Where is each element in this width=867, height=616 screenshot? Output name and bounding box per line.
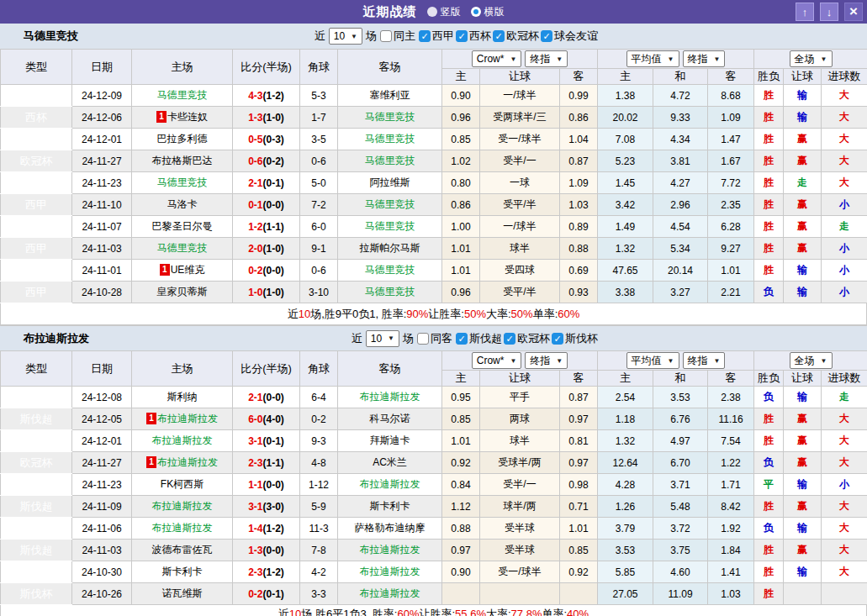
cell-corner: 0-2: [300, 408, 338, 430]
same-home-checkbox[interactable]: 同主: [380, 29, 415, 44]
cell-score: 2-0(1-0): [233, 238, 300, 260]
league-checkbox[interactable]: ✓球会友谊: [541, 29, 598, 44]
league-checkbox-group: ✓斯伐超✓欧冠杯✓斯伐杯: [456, 331, 598, 346]
score-halftime: (0-1): [263, 435, 284, 447]
cell-result: 输: [784, 561, 822, 583]
table-row: 西甲24-12-09马德里竞技4-3(1-2)5-3塞维利亚0.90一/球半0.…: [1, 85, 867, 107]
league-badge: 欧冠杯: [1, 216, 72, 238]
handicap-source-select[interactable]: Crow* ▼: [472, 50, 522, 67]
handicap-time-select[interactable]: 终指 ▼: [525, 352, 568, 369]
layout-vertical-label: 竖版: [441, 5, 461, 19]
cell-handicap-odds: 0.86: [560, 107, 598, 129]
league-checkbox[interactable]: ✓西杯: [456, 29, 491, 44]
cell-handicap-odds: 一/球半: [480, 85, 560, 107]
cell-date: 24-11-07: [72, 216, 132, 238]
handicap-time-select[interactable]: 终指 ▼: [525, 50, 568, 67]
league-checkbox[interactable]: ✓西甲: [419, 29, 454, 44]
score-fulltime: 4-3: [248, 90, 262, 102]
close-button[interactable]: ×: [844, 3, 863, 21]
europe-source-select[interactable]: 平均值 ▼: [626, 352, 679, 369]
move-up-button[interactable]: ↑: [796, 3, 814, 21]
score-halftime: (0-0): [263, 479, 284, 491]
cell-handicap-odds: 受四球: [480, 260, 560, 282]
cell-handicap-odds: 0.95: [442, 387, 480, 408]
cell-result: 输: [784, 260, 822, 282]
col-odds-home: 主: [442, 69, 480, 85]
team-name: 布拉迪斯拉发: [157, 456, 218, 468]
score-fulltime: 6-0: [248, 413, 262, 425]
team-name: 斯卡利卡: [370, 500, 410, 512]
team-name: 巴拉多利德: [157, 133, 208, 145]
cell-date: 24-11-27: [72, 150, 132, 172]
col-result-goals: 进球数: [822, 69, 867, 85]
cell-corner: 4-2: [300, 561, 338, 583]
cell-away-team: 科马尔诺: [338, 408, 442, 430]
league-checkbox[interactable]: ✓斯伐超: [456, 331, 502, 346]
cell-handicap-odds: 0.99: [560, 85, 598, 107]
col-date: 日期: [72, 50, 132, 85]
checkbox-checked-icon: ✓: [552, 333, 563, 345]
cell-result: 赢: [784, 496, 822, 518]
league-checkbox[interactable]: ✓欧冠杯: [493, 29, 539, 44]
cell-result: 胜: [754, 540, 784, 561]
checkbox-checked-icon: ✓: [504, 333, 515, 345]
radio-selected-icon: [471, 7, 481, 17]
layout-horizontal-label: 横版: [484, 5, 505, 19]
cell-date: 24-11-23: [72, 172, 132, 194]
cell-result: 赢: [784, 452, 822, 474]
cell-result: 输: [784, 282, 822, 303]
score-halftime: (1-2): [263, 90, 284, 102]
europe-time-select[interactable]: 终指 ▼: [683, 50, 726, 67]
col-avg-away: 客: [708, 69, 754, 85]
league-badge: 西甲: [1, 85, 72, 107]
cell-europe-odds: 3.75: [653, 540, 708, 561]
cell-handicap-odds: 0.87: [560, 387, 598, 408]
cell-away-team: 马德里竞技: [338, 194, 442, 216]
cell-result: 赢: [784, 216, 822, 238]
cell-date: 24-12-05: [72, 408, 132, 430]
recent-count-select[interactable]: 10 ▼: [366, 330, 399, 347]
summary-segment: 单率:: [533, 307, 558, 322]
cell-handicap-odds: 0.69: [560, 260, 598, 282]
layout-horizontal-radio[interactable]: 横版: [471, 5, 505, 19]
cell-europe-odds: 6.70: [653, 452, 708, 474]
col-result-goals: 进球数: [822, 371, 867, 387]
league-checkbox[interactable]: ✓斯伐杯: [552, 331, 598, 346]
cell-result: 输: [784, 85, 822, 107]
cell-score: 1-0(1-0): [233, 282, 300, 303]
cell-date: 24-10-26: [72, 583, 132, 605]
cell-handicap-odds: 0.71: [560, 496, 598, 518]
cell-away-team: 布拉迪斯拉发: [338, 583, 442, 605]
cell-score: 0-2(0-0): [233, 260, 300, 282]
cell-handicap-odds: 受半球: [480, 518, 560, 540]
cell-away-team: 塞维利亚: [338, 85, 442, 107]
cell-corner: 5-9: [300, 496, 338, 518]
europe-time-value: 终指: [688, 52, 708, 66]
europe-source-select[interactable]: 平均值 ▼: [626, 50, 679, 67]
layout-vertical-radio[interactable]: 竖版: [427, 5, 461, 19]
scope-select[interactable]: 全场 ▼: [790, 352, 833, 369]
handicap-source-select[interactable]: Crow* ▼: [472, 352, 522, 369]
move-down-button[interactable]: ↓: [820, 3, 838, 21]
cell-handicap-odds: 0.97: [560, 452, 598, 474]
cell-handicap-odds: 0.88: [442, 518, 480, 540]
cell-away-team: 拉斯帕尔马斯: [338, 238, 442, 260]
cell-handicap-odds: 1.00: [442, 216, 480, 238]
europe-time-select[interactable]: 终指 ▼: [683, 352, 726, 369]
scope-select[interactable]: 全场 ▼: [790, 50, 833, 67]
score-halftime: (0-0): [263, 265, 284, 276]
team-name: 马德里竞技: [365, 264, 415, 276]
team-name: 马德里竞技: [157, 242, 208, 254]
cell-handicap-odds: [560, 583, 598, 605]
team-name: 布拉迪斯拉发: [360, 544, 420, 555]
table-row: 斯伐杯24-10-26诺瓦维斯0-2(0-1)3-3布拉迪斯拉发27.0511.…: [1, 583, 867, 605]
recent-count-select[interactable]: 10 ▼: [329, 28, 362, 45]
league-checkbox[interactable]: ✓欧冠杯: [504, 331, 550, 346]
same-away-checkbox[interactable]: 同客: [417, 331, 452, 346]
section2-filter-bar: 布拉迪斯拉发 近 10 ▼ 场 同客 ✓斯伐超✓欧冠杯✓斯伐杯: [0, 325, 867, 350]
section1-filter-bar: 马德里竞技 近 10 ▼ 场 同主 ✓西甲✓西杯✓欧冠杯✓球会友谊: [0, 24, 867, 49]
team-name: 萨格勒布迪纳摩: [355, 522, 426, 534]
cell-europe-odds: 3.79: [598, 518, 653, 540]
cell-result: 负: [754, 452, 784, 474]
cell-handicap-odds: 0.92: [442, 452, 480, 474]
